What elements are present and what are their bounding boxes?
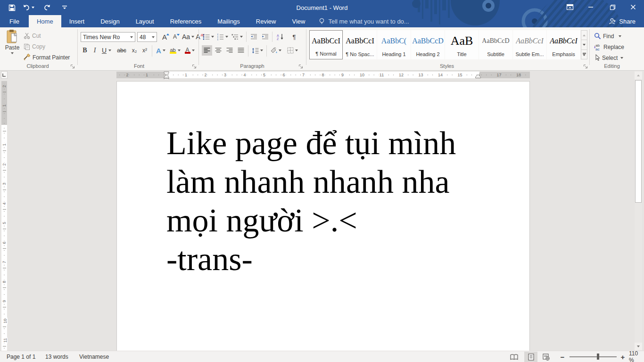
zoom-out-button[interactable]: − (558, 352, 567, 362)
tab-home[interactable]: Home (29, 15, 61, 27)
zoom-slider-track[interactable] (570, 356, 617, 357)
shading-caret-icon (279, 49, 281, 51)
minimize-button[interactable] (583, 0, 599, 14)
word-count[interactable]: 13 words (42, 351, 71, 362)
tell-me-box[interactable]: Tell me what you want to do... (313, 15, 414, 27)
line-spacing-button[interactable] (250, 45, 264, 56)
shrink-font-button[interactable]: A (170, 32, 180, 42)
cut-button[interactable]: Cut (24, 31, 41, 41)
share-button[interactable]: Share (603, 15, 641, 27)
zoom-slider-thumb[interactable] (597, 354, 599, 360)
language-indicator[interactable]: Vietnamese (76, 351, 112, 362)
font-size-caret-icon (152, 36, 155, 38)
right-indent-marker[interactable] (475, 74, 481, 79)
change-case-button[interactable]: Aa (182, 32, 194, 42)
tab-insert[interactable]: Insert (61, 15, 93, 27)
multilevel-list-button[interactable] (230, 32, 244, 42)
style-heading-2[interactable]: AaBbCcDHeading 2 (411, 30, 445, 59)
copy-button[interactable]: Copy (24, 41, 45, 51)
strikethrough-glyph: abc (117, 47, 126, 54)
document-text-line[interactable]: mọi người >.< (166, 201, 456, 240)
style-normal[interactable]: AaBbCcI¶ Normal (309, 30, 343, 59)
style-heading-1[interactable]: AaBbC(Heading 1 (377, 30, 411, 59)
print-layout-icon (528, 354, 534, 361)
justify-button[interactable] (236, 45, 246, 56)
scroll-down-button[interactable] (635, 343, 642, 350)
style-subtitle[interactable]: AaBbCcDSubtitle (479, 30, 512, 59)
vertical-scrollbar-thumb[interactable] (635, 80, 642, 203)
align-left-button[interactable] (202, 45, 212, 56)
style-preview: AaBbCcI (550, 30, 578, 51)
window-title: Document1 - Word (0, 0, 644, 15)
format-painter-button[interactable]: Format Painter (24, 52, 70, 62)
increase-indent-button[interactable] (260, 32, 270, 42)
styles-more-button[interactable] (581, 50, 587, 59)
paragraph-dialog-launcher[interactable] (298, 64, 304, 69)
clipboard-dialog-launcher[interactable] (70, 64, 75, 69)
ribbon-display-options-button[interactable] (562, 0, 578, 14)
show-hide-pilcrow-button[interactable]: ¶ (289, 32, 299, 42)
web-layout-icon (543, 354, 550, 361)
font-dialog-launcher[interactable] (191, 64, 197, 69)
tab-design[interactable]: Design (92, 15, 127, 27)
text-effects-button[interactable]: A (155, 45, 167, 56)
tab-mailings[interactable]: Mailings (209, 15, 248, 27)
shading-button[interactable] (269, 45, 283, 56)
tab-stop-selector[interactable] (1, 71, 8, 79)
document-text[interactable]: Like page để tụi mìnhlàm nhanh nhanh nha… (166, 124, 456, 279)
vertical-ruler[interactable]: 211234567891011 (1, 79, 8, 351)
document-text-line[interactable]: -trans- (166, 240, 456, 279)
horizontal-ruler[interactable]: 211234567891011121314151718 (0, 71, 644, 79)
close-button[interactable] (625, 0, 641, 14)
select-button[interactable]: Select (594, 53, 623, 63)
tab-layout[interactable]: Layout (128, 15, 162, 27)
subscript-button[interactable]: x₂ (129, 45, 140, 56)
font-size-combo[interactable]: 48 (137, 32, 157, 42)
decrease-indent-button[interactable] (248, 32, 259, 42)
align-center-button[interactable] (213, 45, 223, 56)
style-no-spac[interactable]: AaBbCcI¶ No Spac... (343, 30, 377, 59)
restore-button[interactable] (604, 0, 620, 14)
superscript-button[interactable]: x² (140, 45, 150, 56)
document-text-line[interactable]: Like page để tụi mình (166, 124, 456, 163)
font-size-value: 48 (140, 34, 146, 41)
web-layout-button[interactable] (539, 352, 553, 362)
bullets-button[interactable] (202, 32, 215, 42)
paste-button[interactable]: Paste (4, 29, 21, 61)
replace-button[interactable]: ab ac Replace (594, 42, 624, 52)
tab-review[interactable]: Review (248, 15, 284, 27)
underline-button[interactable]: U (100, 45, 113, 56)
font-color-button[interactable]: A (183, 45, 196, 56)
print-layout-button[interactable] (524, 352, 537, 362)
hanging-indent-marker[interactable] (164, 75, 169, 78)
tab-file[interactable]: File (0, 15, 29, 27)
zoom-level[interactable]: 110 % (626, 351, 644, 362)
borders-button[interactable] (285, 45, 300, 56)
strikethrough-button[interactable]: abc (115, 45, 128, 56)
styles-scroll-up-button[interactable] (581, 31, 587, 40)
document-page[interactable]: Like page để tụi mìnhlàm nhanh nhanh nha… (116, 81, 530, 351)
align-right-button[interactable] (224, 45, 235, 56)
font-color-glyph-wrap: A (185, 47, 190, 54)
font-name-combo[interactable]: Times New Ro (81, 32, 135, 42)
find-button[interactable]: Find (594, 31, 621, 41)
read-mode-button[interactable] (507, 352, 520, 362)
bold-button[interactable]: B (80, 45, 90, 56)
italic-button[interactable]: I (91, 45, 99, 56)
document-text-line[interactable]: làm nhanh nhanh nha (166, 163, 456, 201)
scroll-up-button[interactable] (635, 72, 642, 79)
style-emphasis[interactable]: AaBbCcIEmphasis (547, 30, 580, 59)
grow-font-button[interactable]: A (160, 32, 169, 42)
highlight-color-button[interactable]: ab (168, 45, 182, 56)
style-title[interactable]: AaBTitle (445, 30, 479, 59)
page-indicator[interactable]: Page 1 of 1 (4, 351, 38, 362)
styles-dialog-launcher[interactable] (583, 64, 588, 69)
sort-button[interactable]: A Z (274, 32, 287, 42)
numbering-button[interactable] (216, 32, 229, 42)
tab-references[interactable]: References (162, 15, 209, 27)
style-subtle-em[interactable]: AaBbCcISubtle Em... (513, 30, 546, 59)
tab-view[interactable]: View (284, 15, 313, 27)
replace-label: Replace (603, 44, 624, 50)
styles-scroll-down-button[interactable] (581, 40, 587, 49)
replace-icon: ab ac (594, 43, 602, 50)
